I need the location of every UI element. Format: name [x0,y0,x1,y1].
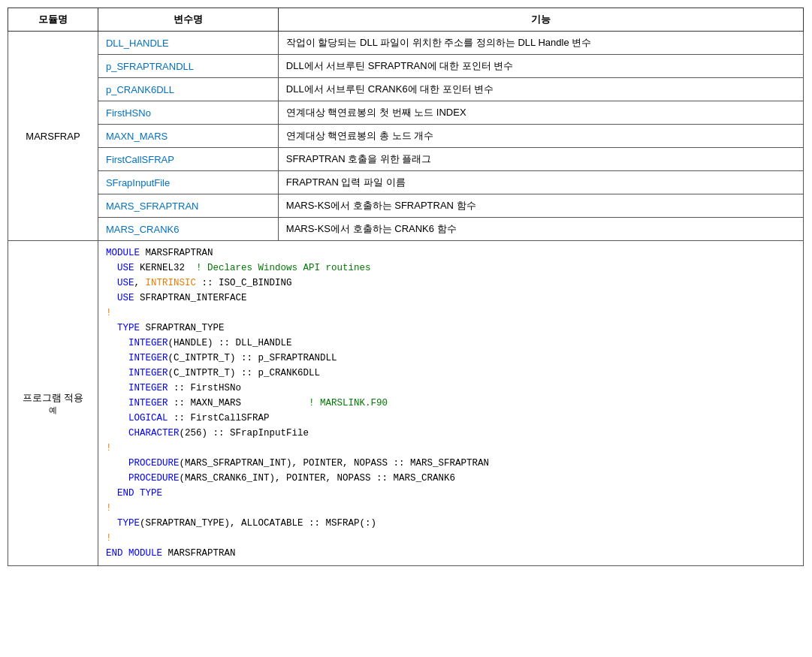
table-row: p_CRANK6DLL DLL에서 서브루틴 CRANK6에 대한 포인터 변수 [8,78,804,101]
func-cell: 작업이 할당되는 DLL 파일이 위치한 주소를 정의하는 DLL Handle… [278,32,803,55]
header-func: 기능 [278,8,803,32]
program-row: 프로그램 적용 예 MODULE MARSFRAPTRAN USE KERNEL… [8,241,804,566]
table-row: SFrapInputFile FRAPTRAN 입력 파일 이름 [8,171,804,194]
func-cell: FRAPTRAN 입력 파일 이름 [278,171,803,194]
func-cell: 연계대상 핵연료봉의 총 노드 개수 [278,125,803,148]
varname-cell: p_CRANK6DLL [98,78,278,101]
header-module: 모듈명 [8,8,98,32]
prog-sub: 예 [16,405,90,416]
var-p-crank6dll: p_CRANK6DLL [106,84,174,95]
header-varname: 변수명 [98,8,278,32]
var-sfrapinputfile: SFrapInputFile [106,177,170,188]
var-firsthsno: FirstHSNo [106,107,151,119]
table-row: MAXN_MARS 연계대상 핵연료봉의 총 노드 개수 [8,125,804,148]
func-cell: SFRAPTRAN 호출을 위한 플래그 [278,148,803,171]
table-row: FirstCallSFRAP SFRAPTRAN 호출을 위한 플래그 [8,148,804,171]
table-row: MARS_SFRAPTRAN MARS-KS에서 호출하는 SFRAPTRAN … [8,194,804,218]
varname-cell: MARS_SFRAPTRAN [98,194,278,218]
table-row: p_SFRAPTRANDLL DLL에서 서브루틴 SFRAPTRAN에 대한 … [8,55,804,78]
var-maxn-mars: MAXN_MARS [106,131,168,142]
var-dll-handle: DLL_HANDLE [106,38,169,49]
table-row: MARSFRAP DLL_HANDLE 작업이 할당되는 DLL 파일이 위치한… [8,32,804,55]
varname-cell: MAXN_MARS [98,125,278,148]
table-row: FirstHSNo 연계대상 핵연료봉의 첫 번째 노드 INDEX [8,101,804,125]
func-cell: DLL에서 서브루틴 SFRAPTRAN에 대한 포인터 변수 [278,55,803,78]
func-cell: MARS-KS에서 호출하는 CRANK6 함수 [278,218,803,241]
table-row: MARS_CRANK6 MARS-KS에서 호출하는 CRANK6 함수 [8,218,804,241]
varname-cell: FirstCallSFRAP [98,148,278,171]
func-cell: MARS-KS에서 호출하는 SFRAPTRAN 함수 [278,194,803,218]
code-cell: MODULE MARSFRAPTRAN USE KERNEL32 ! Decla… [98,241,803,566]
var-mars-sfraptran: MARS_SFRAPTRAN [106,200,199,212]
varname-cell: p_SFRAPTRANDLL [98,55,278,78]
var-mars-crank6: MARS_CRANK6 [106,224,180,235]
func-cell: DLL에서 서브루틴 CRANK6에 대한 포인터 변수 [278,78,803,101]
prog-label-cell: 프로그램 적용 예 [8,241,98,566]
varname-cell: DLL_HANDLE [98,32,278,55]
varname-cell: FirstHSNo [98,101,278,125]
var-firstcallsfrap: FirstCallSFRAP [106,154,174,165]
func-cell: 연계대상 핵연료봉의 첫 번째 노드 INDEX [278,101,803,125]
var-p-sfraptrandll: p_SFRAPTRANDLL [106,61,194,72]
prog-title: 프로그램 적용 [16,391,90,405]
varname-cell: MARS_CRANK6 [98,218,278,241]
varname-cell: SFrapInputFile [98,171,278,194]
main-table: 모듈명 변수명 기능 MARSFRAP DLL_HANDLE 작업이 할당되는 … [8,8,804,566]
module-name-cell: MARSFRAP [8,32,98,241]
